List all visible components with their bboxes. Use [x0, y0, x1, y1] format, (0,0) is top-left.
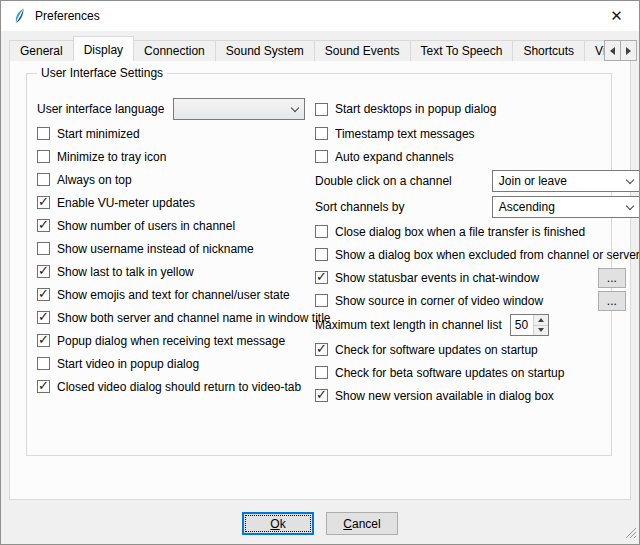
checkbox-label: Show source in corner of video window	[335, 294, 543, 308]
checkbox-update-check[interactable]: Check for software updates on startup	[315, 343, 538, 357]
resize-grip[interactable]	[624, 526, 637, 542]
checkbox-box	[315, 366, 328, 379]
checkbox-window-title[interactable]: Show both server and channel name in win…	[37, 311, 331, 325]
app-icon[interactable]	[11, 8, 27, 24]
sort-channels-combobox[interactable]: Ascending	[492, 196, 640, 218]
tab-label: Sound Events	[325, 44, 400, 58]
tab-display[interactable]: Display	[73, 36, 134, 61]
checkbox-show-username[interactable]: Show username instead of nickname	[37, 242, 254, 256]
cancel-button[interactable]: Cancel	[326, 512, 398, 535]
checkbox-box	[315, 127, 328, 140]
statusbar-events-more-button[interactable]: ...	[598, 268, 626, 288]
tab-shortcuts[interactable]: Shortcuts	[512, 40, 585, 61]
checkbox-box	[37, 150, 50, 163]
tab-label: Text To Speech	[421, 44, 503, 58]
checkbox-label: Timestamp text messages	[335, 127, 475, 141]
spinner-buttons	[533, 315, 548, 335]
right-arrow-icon	[626, 47, 631, 55]
close-button[interactable]: ✕	[594, 1, 639, 30]
max-text-length-label: Maximum text length in channel list	[315, 318, 502, 332]
checkbox-emojis-text[interactable]: Show emojis and text for channel/user st…	[37, 288, 290, 302]
ok-button-label-rest: k	[280, 517, 286, 531]
checkbox-box	[37, 265, 50, 278]
resize-grip-icon	[624, 526, 637, 539]
checkbox-label: Show new version available in dialog box	[335, 389, 554, 403]
checkbox-start-minimized[interactable]: Start minimized	[37, 127, 140, 141]
checkbox-label: Show both server and channel name in win…	[57, 311, 331, 325]
checkbox-label: Auto expand channels	[335, 150, 454, 164]
tab-scroll-right-button[interactable]	[620, 40, 637, 61]
max-text-length-spinner[interactable]: 50	[510, 314, 549, 336]
tab-text-to-speech[interactable]: Text To Speech	[410, 40, 514, 61]
checkbox-box	[315, 103, 328, 116]
group-title: User Interface Settings	[37, 66, 167, 80]
tab-label: Connection	[144, 44, 205, 58]
checkbox-box	[37, 380, 50, 393]
checkbox-new-version-dialog[interactable]: Show new version available in dialog box	[315, 389, 554, 403]
checkbox-box	[315, 294, 328, 307]
spin-down-button[interactable]	[534, 326, 548, 336]
down-arrow-icon	[538, 328, 544, 332]
video-source-more-button[interactable]: ...	[598, 291, 626, 311]
teamtalk-logo-icon	[11, 8, 27, 24]
checkbox-show-user-count[interactable]: Show number of users in channel	[37, 219, 235, 233]
display-tab-page: User Interface Settings User interface l…	[9, 60, 631, 500]
checkbox-video-popup[interactable]: Start video in popup dialog	[37, 357, 199, 371]
user-interface-settings-group: User Interface Settings User interface l…	[26, 73, 612, 456]
dialog-button-row: Ok Cancel	[1, 500, 639, 545]
cancel-button-label-rest: ancel	[352, 517, 381, 531]
chevron-down-icon	[621, 197, 639, 217]
spin-up-button[interactable]	[534, 315, 548, 326]
window-title: Preferences	[35, 9, 100, 23]
chevron-down-icon	[621, 171, 639, 191]
tab-sound-system[interactable]: Sound System	[215, 40, 315, 61]
checkbox-label: Popup dialog when receiving text message	[57, 334, 285, 348]
left-column: User interface language Start minimized …	[37, 96, 305, 407]
checkbox-box	[37, 242, 50, 255]
tab-label: General	[20, 44, 63, 58]
tab-label: Shortcuts	[523, 44, 574, 58]
language-combobox[interactable]	[173, 98, 305, 120]
checkbox-label: Check for beta software updates on start…	[335, 366, 564, 380]
checkbox-label: Show username instead of nickname	[57, 242, 254, 256]
checkbox-video-source-corner[interactable]: Show source in corner of video window	[315, 294, 543, 308]
checkbox-auto-expand[interactable]: Auto expand channels	[315, 150, 454, 164]
checkbox-label: Start minimized	[57, 127, 140, 141]
up-arrow-icon	[538, 318, 544, 322]
chevron-down-icon	[286, 99, 304, 119]
tab-label: Sound System	[226, 44, 304, 58]
double-click-combobox[interactable]: Join or leave	[492, 170, 640, 192]
combobox-value: Join or leave	[499, 174, 567, 188]
preferences-window: Preferences ✕ General Display Connection…	[0, 0, 640, 545]
checkbox-vu-meter[interactable]: Enable VU-meter updates	[37, 196, 195, 210]
checkbox-minimize-tray[interactable]: Minimize to tray icon	[37, 150, 166, 164]
tab-general[interactable]: General	[9, 40, 74, 61]
checkbox-last-talk-yellow[interactable]: Show last to talk in yellow	[37, 265, 194, 279]
language-label: User interface language	[37, 102, 164, 116]
checkbox-always-on-top[interactable]: Always on top	[37, 173, 132, 187]
checkbox-timestamp[interactable]: Timestamp text messages	[315, 127, 475, 141]
tab-sound-events[interactable]: Sound Events	[314, 40, 411, 61]
checkbox-statusbar-events[interactable]: Show statusbar events in chat-window	[315, 271, 539, 285]
checkbox-box	[37, 334, 50, 347]
right-column: Start desktops in popup dialog Timestamp…	[315, 96, 640, 407]
checkbox-label: Start desktops in popup dialog	[335, 102, 496, 116]
checkbox-close-filetransfer[interactable]: Close dialog box when a file transfer is…	[315, 225, 585, 239]
checkbox-popup-text-message[interactable]: Popup dialog when receiving text message	[37, 334, 285, 348]
checkbox-box	[315, 150, 328, 163]
checkbox-video-return-tab[interactable]: Closed video dialog should return to vid…	[37, 380, 301, 394]
tab-label: Display	[84, 43, 123, 57]
tab-scroll-left-button[interactable]	[604, 40, 621, 61]
checkbox-label: Show a dialog box when excluded from cha…	[335, 248, 640, 262]
tab-scrollers	[605, 40, 637, 61]
checkbox-excluded-dialog[interactable]: Show a dialog box when excluded from cha…	[315, 248, 640, 262]
tab-connection[interactable]: Connection	[133, 40, 216, 61]
checkbox-beta-update-check[interactable]: Check for beta software updates on start…	[315, 366, 564, 380]
checkbox-box	[37, 127, 50, 140]
checkbox-box	[315, 343, 328, 356]
checkbox-label: Show emojis and text for channel/user st…	[57, 288, 290, 302]
ok-button[interactable]: Ok	[242, 512, 314, 535]
ok-button-label: O	[270, 517, 279, 531]
checkbox-desktops-popup[interactable]: Start desktops in popup dialog	[315, 102, 496, 116]
cancel-button-label: C	[343, 517, 352, 531]
